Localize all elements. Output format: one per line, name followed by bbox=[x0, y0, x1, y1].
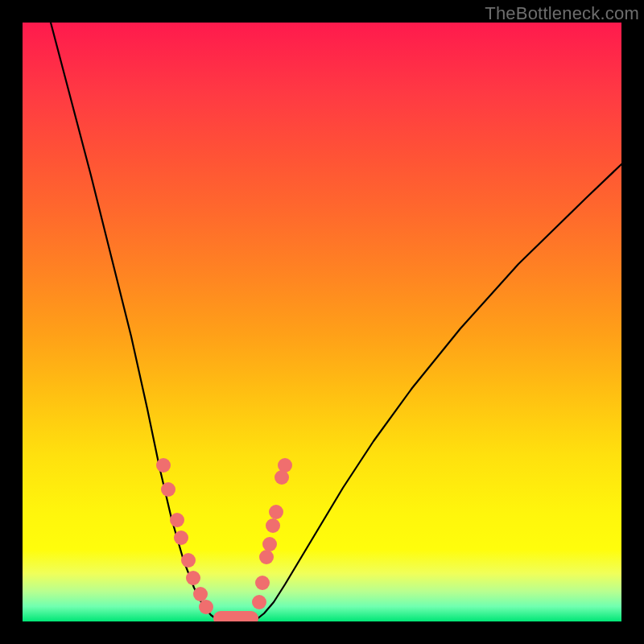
data-point bbox=[259, 550, 274, 564]
data-point bbox=[262, 537, 277, 551]
data-point bbox=[266, 518, 280, 533]
data-point bbox=[170, 513, 184, 527]
data-point bbox=[269, 505, 283, 519]
bottom-pill-shape bbox=[213, 611, 258, 621]
points-left bbox=[156, 458, 213, 614]
points-right bbox=[252, 458, 292, 609]
data-point bbox=[174, 530, 188, 545]
plot-area bbox=[23, 23, 621, 621]
data-point bbox=[252, 595, 266, 609]
data-point bbox=[193, 587, 208, 601]
right-curve bbox=[256, 164, 621, 620]
watermark-text: TheBottleneck.com bbox=[485, 3, 639, 24]
data-point bbox=[255, 576, 270, 590]
data-point bbox=[161, 482, 175, 497]
data-point bbox=[186, 571, 200, 585]
bottom-pill bbox=[213, 611, 258, 621]
data-point bbox=[156, 458, 171, 473]
chart-frame: TheBottleneck.com bbox=[0, 0, 644, 644]
left-curve bbox=[51, 23, 217, 620]
data-point bbox=[181, 553, 196, 568]
data-point bbox=[275, 470, 289, 485]
curve-layer bbox=[51, 23, 621, 621]
data-point bbox=[199, 600, 213, 614]
chart-svg bbox=[23, 23, 621, 621]
